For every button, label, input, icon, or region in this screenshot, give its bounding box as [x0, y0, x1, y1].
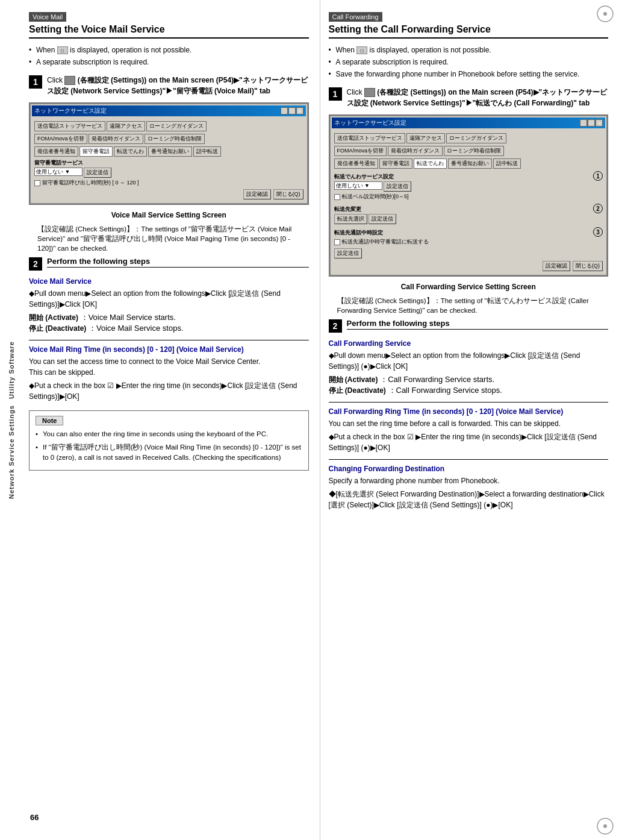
cf-icon-disabled: □ — [356, 46, 367, 54]
ss-dropdown-vm[interactable]: 使用しない ▼ — [34, 168, 82, 176]
ss-close-cf-btn[interactable]: × — [596, 119, 603, 127]
ss-tab-cf-foma[interactable]: FOMA/movaを切替 — [334, 146, 387, 156]
ss-minimize-cf[interactable]: _ — [580, 119, 587, 127]
ss-titlebar-cf: ネットワークサービス設定 _ □ × — [332, 118, 606, 128]
divider-cf1 — [329, 402, 609, 403]
ss-btn-cf-send1[interactable]: 設定送信 — [384, 181, 411, 192]
ss-btn-cf-send3[interactable]: 設定送信 — [334, 248, 362, 259]
ss-bottom-btns-cf: 設定確認 閉じる(Q) — [334, 261, 603, 271]
ss-window-cf: ネットワークサービス設定 _ □ × 送信電話ストップサービス 遠隔アクセス ロ… — [329, 115, 608, 276]
ss-maximize-cf[interactable]: □ — [588, 119, 595, 127]
cf-dest-arrow: ◆[転送先選択 (Select Forwarding Destination)]… — [329, 489, 609, 510]
ss-tab-busy[interactable]: 話中転送 — [193, 146, 221, 157]
ss-tab-caller[interactable]: 発信者番号通知 — [34, 146, 78, 157]
voice-mail-caption: Voice Mail Service Setting Screen — [29, 211, 309, 219]
cf-header: Call Forwarding — [329, 12, 382, 22]
ss-checkbox-row-cf: 転送ベル設定時間(秒)[0～5] — [334, 193, 592, 201]
cf-screenshot: ネットワークサービス設定 _ □ × 送信電話ストップサービス 遠隔アクセス ロ… — [329, 114, 609, 277]
settings-icon — [64, 76, 75, 85]
cf-step1: 1 Click (各種設定 (Settings)) on the Main sc… — [329, 87, 609, 108]
ss-tab-roaming[interactable]: ローミングガイダンス — [146, 121, 207, 131]
cf-ring-time-arrow: ◆Put a check in the box ☑ ▶Enter the rin… — [329, 431, 609, 453]
ss-tab-remote[interactable]: 遠隔アクセス — [107, 121, 145, 131]
main-content: Voice Mail Setting the Voice Mail Servic… — [23, 0, 619, 840]
voice-mail-bullet-1: A separate subscription is required. — [29, 57, 309, 67]
cf-deactivate-row: 停止 (Deactivate) ：Call Forwarding Service… — [329, 385, 609, 396]
ss-tab-forward[interactable]: 転送でんわ — [114, 146, 147, 157]
cf-dest-subsection: Changing Forwarding Destination Specify … — [329, 465, 609, 510]
cf-ss-section3: 転送先通話中時設定 転送先通話中時守番電話に転送する 設定送信 3 — [334, 227, 603, 259]
ss-body-vm: 送信電話ストップサービス 遠隔アクセス ローミングガイダンス FOMA/mova… — [32, 119, 306, 202]
cf-ss-section1-content: 転送でんわサービス設定 使用しない ▼ 設定送信 転送ベル設定時間(秒) — [334, 171, 592, 202]
ss-tab-foma[interactable]: FOMA/movaを切替 — [34, 134, 87, 144]
ss-tab-stop[interactable]: 送信電話ストップサービス — [34, 121, 105, 131]
ss-title-vm: ネットワークサービス設定 — [34, 107, 107, 115]
ss-tabs-cf3: 発信者番号通知 留守番電話 転送でんわ 番号通知お願い 話中転送 — [334, 158, 603, 169]
ss-close-cf[interactable]: 閉じる(Q) — [573, 261, 603, 271]
side-label-utility: Utility Software — [8, 341, 15, 399]
ss-tab-cf-remote[interactable]: 遠隔アクセス — [406, 133, 445, 143]
ss-minimize[interactable]: _ — [281, 107, 288, 114]
ss-checkbox-row-cf3: 転送先通話中時守番電話に転送する — [334, 238, 592, 246]
ss-close-vm[interactable]: 閉じる(Q) — [273, 189, 303, 199]
ss-btn-vm-send[interactable]: 設定送信 — [84, 168, 111, 178]
vm-deactivate-text: ：Voice Mail Service stops. — [89, 324, 184, 333]
step2-number-vm: 2 — [29, 257, 42, 271]
cf-ss-section1: 転送でんわサービス設定 使用しない ▼ 設定送信 転送ベル設定時間(秒) — [334, 171, 603, 202]
ss-tab-roaming2[interactable]: ローミング時着信制限 — [145, 134, 205, 144]
vm-note-box: Note You can also enter the ring time in… — [29, 410, 309, 471]
cf-service-heading: Call Forwarding Service — [329, 339, 609, 348]
ss-tab-cf-stop[interactable]: 送信電話ストップサービス — [334, 133, 405, 143]
vm-note-1: If "留守番電話呼び出し時間(秒) (Voice Mail Ring Time… — [36, 442, 302, 463]
vm-deactivate-row: 停止 (Deactivate) ：Voice Mail Service stop… — [29, 323, 309, 334]
ss-close[interactable]: × — [296, 107, 303, 114]
ss-btn-cf-send2[interactable]: 設定送信 — [369, 214, 396, 224]
cf-bullets: When □ is displayed, operation is not po… — [329, 45, 609, 80]
divider-cf2 — [329, 459, 609, 460]
ss-tab-cf-forward[interactable]: 転送でんわ — [414, 158, 447, 169]
call-forwarding-column: Call Forwarding Setting the Call Forward… — [320, 0, 620, 840]
divider-vm — [29, 340, 309, 340]
ss-tab-cf-vm[interactable]: 留守番電話 — [379, 158, 412, 169]
ss-dropdown-cf[interactable]: 使用しない ▼ — [334, 181, 382, 190]
ss-tab-cf-notify[interactable]: 番号通知お願い — [448, 158, 492, 169]
cf-step2-heading: Perform the following steps — [347, 319, 609, 330]
ss-checkbox-cf[interactable] — [334, 194, 340, 200]
cf-ss-section3-content: 転送先通話中時設定 転送先通話中時守番電話に転送する 設定送信 — [334, 227, 592, 259]
ss-tab-voicemail[interactable]: 留守番電話 — [79, 146, 113, 157]
ss-bottom-btns-vm: 設定確認 閉じる(Q) — [34, 189, 303, 199]
ss-tab-cf-guidance[interactable]: 発着信時ガイダンス — [388, 146, 443, 156]
cf-step2-container: 2 Perform the following steps — [329, 319, 609, 333]
ss-maximize[interactable]: □ — [288, 107, 296, 114]
cf-caption: Call Forwarding Service Setting Screen — [329, 283, 609, 291]
cf-settings-icon — [364, 88, 375, 97]
ss-tab-cf-roaming2[interactable]: ローミング時着信制限 — [444, 146, 504, 156]
ss-tab-guidance[interactable]: 発着信時ガイダンス — [89, 134, 143, 144]
ss-titlebar-vm: ネットワークサービス設定 _ □ × — [32, 105, 306, 116]
vm-ring-time-subsection: Voice Mail Ring Time (in seconds) [0 - 1… — [29, 345, 309, 402]
vm-note-0: You can also enter the ring time in seco… — [36, 429, 302, 439]
vm-service-subsection: Voice Mail Service ◆Pull down menu▶Selec… — [29, 277, 309, 334]
ss-confirm-vm[interactable]: 設定確認 — [243, 189, 271, 199]
ss-confirm-cf[interactable]: 設定確認 — [543, 261, 570, 271]
cf-ring-time-heading: Call Forwarding Ring Time (in seconds) [… — [329, 407, 609, 416]
ss-tab-cf-roaming[interactable]: ローミングガイダンス — [446, 133, 506, 143]
ss-tab-notify[interactable]: 番号通知お願い — [148, 146, 192, 157]
ss-checkbox-vm[interactable] — [34, 180, 40, 186]
ss-checkbox-label-vm: 留守番電話呼び出し時間(秒) [ 0 ～ 120 ] — [42, 179, 139, 187]
circle-num-3: 3 — [593, 227, 603, 237]
vm-activate-label: 開始 (Activate) — [29, 313, 78, 322]
page-container: Utility Software Network Service Setting… — [0, 0, 619, 840]
ss-tab-cf-busy[interactable]: 話中転送 — [493, 158, 521, 169]
ss-title-cf: ネットワークサービス設定 — [334, 119, 406, 127]
vm-activate-text: ：Voice Mail Service starts. — [81, 313, 176, 322]
ss-row-cf-dropdown: 使用しない ▼ 設定送信 — [334, 181, 592, 192]
cf-check-note: 【設定確認 (Check Settings)】：The setting of "… — [329, 296, 609, 315]
ss-btn-cf-dest[interactable]: 転送先選択 — [334, 214, 367, 224]
ss-section-label-cf3: 転送先通話中時設定 — [334, 229, 592, 237]
ss-checkbox-cf3[interactable] — [334, 239, 340, 245]
ss-tab-cf-caller[interactable]: 発信者番号通知 — [334, 158, 378, 169]
vm-service-heading: Voice Mail Service — [29, 277, 309, 286]
voice-mail-bullets: When □ is displayed, operation is not po… — [29, 45, 309, 67]
side-labels: Utility Software Network Service Setting… — [0, 0, 23, 840]
